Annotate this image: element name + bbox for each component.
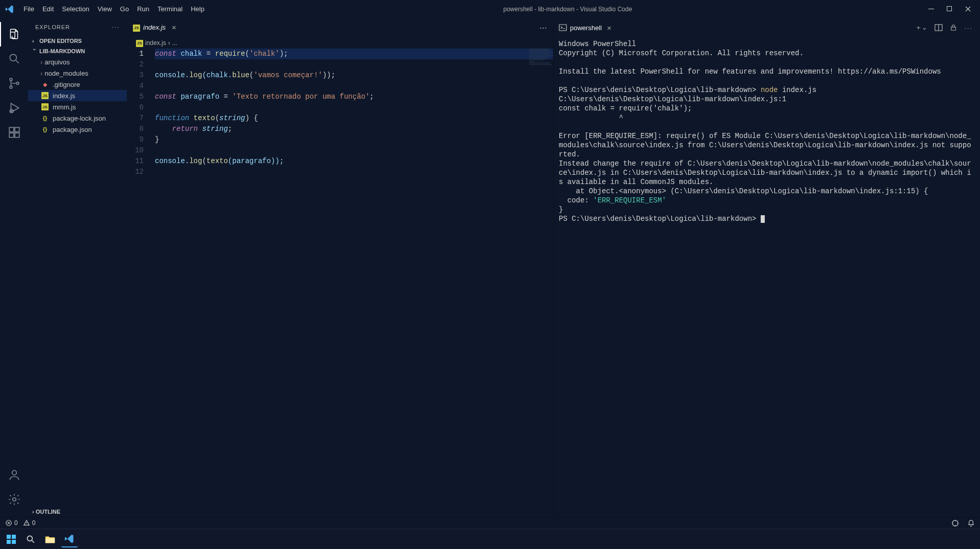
term-line: ^ [559,113,623,122]
file-index-js[interactable]: JS index.js [28,90,127,101]
file-label: package.json [53,126,92,133]
activity-settings[interactable] [0,487,28,512]
explorer-more-icon[interactable]: ··· [112,24,120,30]
status-bar: 0 0 [0,517,980,529]
code-line: console.log(texto(paragrafo)); [155,156,553,167]
minimize-button[interactable] [927,2,935,17]
activity-explorer[interactable] [0,22,28,47]
taskbar-vscode[interactable] [61,531,78,547]
explorer-sidebar: EXPLORER ··· › OPEN EDITORS › LIB-MARKDO… [28,18,127,517]
explorer-header: EXPLORER ··· [28,18,127,36]
project-label: LIB-MARKDOWN [39,48,85,54]
chevron-down-icon: › [32,49,38,54]
status-errors[interactable]: 0 [5,519,18,527]
title-bar: File Edit Selection View Go Run Terminal… [0,0,980,18]
activity-search[interactable] [0,47,28,71]
editor-actions[interactable]: ··· [533,18,553,37]
line-number: 9 [127,134,144,145]
menu-run[interactable]: Run [133,2,153,16]
split-terminal-icon[interactable] [935,24,943,32]
editor-tab-index-js[interactable]: JS index.js × [127,18,183,37]
outline-section[interactable]: › OUTLINE [28,507,127,517]
activity-run-debug[interactable] [0,96,28,120]
code-content[interactable]: const chalk = require('chalk'); console.… [155,49,553,517]
close-button[interactable] [964,2,972,17]
file-gitignore[interactable]: ◆ .gitignore [28,79,127,90]
editor-tab-bar: JS index.js × ··· [127,18,553,37]
file-label: package-lock.json [53,115,106,122]
status-feedback-icon[interactable] [951,519,959,527]
terminal-icon [559,24,567,32]
terminal-tab-bar: powershell × ＋⌄ ··· [554,18,980,37]
svg-rect-23 [45,538,55,543]
code-line: console.log(chalk.blue('vamos começar!')… [155,70,553,81]
folder-arquivos[interactable]: › arquivos [28,56,127,67]
open-editors-section[interactable]: › OPEN EDITORS [28,36,127,46]
term-line: const chalk = require('chalk'); [559,104,692,112]
menu-terminal[interactable]: Terminal [153,2,187,16]
close-tab-icon[interactable]: × [172,23,176,32]
svg-rect-0 [928,9,934,9]
line-number: 4 [127,81,144,92]
json-file-icon: {} [40,113,50,123]
code-line [155,145,553,156]
menu-go[interactable]: Go [116,2,133,16]
file-label: index.js [53,92,75,100]
line-gutter: 1 2 3 4 5 6 7 8 9 10 11 12 [127,49,155,517]
terminal-panel: powershell × ＋⌄ ··· Windows PowerShell C… [554,18,980,517]
terminal-more-icon[interactable]: ··· [964,24,973,32]
file-mmm-js[interactable]: JS mmm.js [28,101,127,112]
svg-point-2 [10,54,16,61]
status-bell-icon[interactable] [967,519,975,527]
menu-view[interactable]: View [94,2,116,16]
activity-extensions[interactable] [0,120,28,145]
js-file-icon: JS [136,39,143,47]
error-count: 0 [14,519,18,527]
folder-node-modules[interactable]: › node_modules [28,67,127,79]
editor-group: JS index.js × ··· JS index.js › ... 1 2 … [127,18,554,517]
menu-selection[interactable]: Selection [58,2,93,16]
file-label: mmm.js [53,103,76,111]
svg-rect-8 [9,133,14,138]
terminal-cursor [761,215,765,223]
code-editor[interactable]: 1 2 3 4 5 6 7 8 9 10 11 12 const chalk =… [127,49,553,517]
activity-source-control[interactable] [0,71,28,96]
outline-label: OUTLINE [36,509,60,515]
start-button[interactable] [3,531,19,547]
lock-icon[interactable] [950,24,957,31]
file-package-json[interactable]: {} package.json [28,124,127,135]
status-warnings[interactable]: 0 [23,519,36,527]
code-line [155,59,553,70]
code-line [155,167,553,177]
code-line: const paragrafo = 'Texto retornado por u… [155,92,553,102]
new-terminal-icon[interactable]: ＋⌄ [915,23,927,32]
menu-file[interactable]: File [19,2,38,16]
taskbar-search[interactable] [22,531,39,547]
taskbar-explorer[interactable] [42,531,58,547]
line-number: 1 [127,49,144,59]
svg-rect-21 [12,540,16,544]
line-number: 6 [127,102,144,113]
chevron-right-icon: › [40,58,42,66]
menu-edit[interactable]: Edit [38,2,58,16]
minimap[interactable] [525,49,553,517]
term-line: Install the latest PowerShell for new fe… [559,67,941,76]
breadcrumb-more: ... [172,39,177,47]
svg-rect-18 [7,535,11,539]
terminal-output[interactable]: Windows PowerShell Copyright (C) Microso… [554,37,980,517]
chevron-right-icon: › [40,70,42,77]
breadcrumb[interactable]: JS index.js › ... [127,37,553,49]
term-line: Windows PowerShell [559,40,636,48]
code-line: function texto(string) { [155,113,553,124]
term-arg: index.js [778,86,816,94]
project-section[interactable]: › LIB-MARKDOWN [28,46,127,56]
maximize-button[interactable] [945,2,953,17]
window-title: powershell - lib-markdown - Visual Studi… [209,6,927,13]
activity-account[interactable] [0,463,28,487]
menu-help[interactable]: Help [187,2,209,16]
terminal-tab-powershell[interactable]: powershell × [554,18,617,37]
close-terminal-icon[interactable]: × [607,24,611,32]
code-line: const chalk = require('chalk'); [155,49,553,59]
file-package-lock[interactable]: {} package-lock.json [28,112,127,124]
term-error: Error [ERR_REQUIRE_ESM]: require() of ES… [559,132,971,158]
